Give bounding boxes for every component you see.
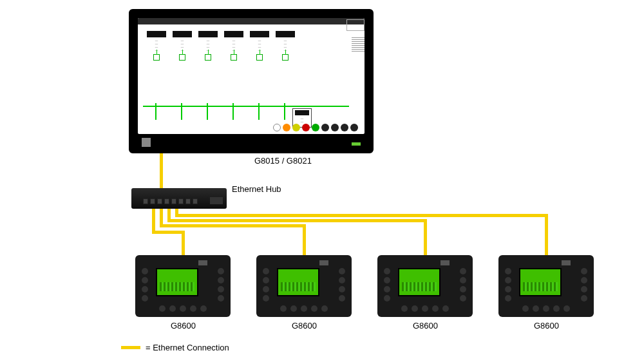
legend-text: = Ethernet Connection (146, 343, 229, 352)
g8600-controller-2 (256, 255, 352, 317)
controller-left-buttons (384, 268, 390, 302)
scada-drop-4 (232, 103, 234, 120)
g8600-controller-1 (135, 255, 231, 317)
g8600-caption-3: G8600 (413, 321, 438, 330)
ethernet-cable-2-seg-b (160, 224, 306, 227)
ethernet-cable-1-seg-b (152, 231, 185, 234)
gen-column-4: –––––––– (223, 31, 245, 102)
monitor-brand-logo-icon (142, 138, 151, 147)
ethernet-cable-4-seg-a (175, 209, 178, 214)
ctrl-btn-white-icon (273, 124, 281, 131)
controller-brand-icon (198, 260, 207, 265)
scada-single-line-diagram: –––––––– –––––––– –––––––– –––––––– ––––… (143, 31, 359, 120)
hub-ports (143, 198, 198, 204)
ethernet-cable-2-seg-a (160, 209, 163, 224)
hub-sfp-slot-icon (210, 197, 223, 204)
g8600-caption-4: G8600 (534, 321, 559, 330)
monitor-status-led-icon (352, 142, 361, 146)
controller-bottom-buttons (274, 305, 334, 312)
legend-swatch-ethernet-icon (121, 346, 140, 349)
ctrl-btn-orange-icon (283, 124, 290, 131)
ethernet-cable-3-seg-c (424, 219, 427, 256)
controller-right-buttons (339, 268, 345, 302)
gen-column-6: –––––––– (274, 31, 296, 102)
ctrl-btn-dark2-icon (331, 124, 339, 131)
controller-right-buttons (581, 268, 587, 302)
legend: = Ethernet Connection (121, 343, 229, 352)
ethernet-cable-1-seg-c (182, 231, 185, 256)
scada-side-card (346, 19, 365, 31)
ethernet-cable-monitor-to-hub (160, 153, 163, 188)
controller-right-buttons (218, 268, 224, 302)
gen-column-2: –––––––– (171, 31, 193, 102)
scada-topbar (138, 18, 365, 24)
ethernet-cable-1-seg-a (152, 209, 155, 231)
controller-screen (156, 268, 198, 296)
monitor-caption: G8015 / G8021 (254, 156, 312, 166)
ethernet-cable-3-seg-a (167, 209, 171, 219)
controller-screen (277, 268, 319, 296)
ethernet-cable-3-seg-b (167, 219, 427, 222)
gen-column-1: –––––––– (146, 31, 167, 102)
ctrl-btn-dark4-icon (350, 124, 358, 131)
g8600-controller-3 (377, 255, 473, 317)
controller-screen (519, 268, 562, 296)
controller-brand-icon (562, 260, 571, 265)
scada-drop-1 (155, 103, 156, 120)
ctrl-btn-red-icon (302, 124, 310, 131)
controller-right-buttons (460, 268, 466, 302)
controller-bottom-buttons (516, 305, 576, 312)
g8600-caption-1: G8600 (171, 321, 196, 330)
controller-bottom-buttons (153, 305, 213, 312)
ctrl-btn-dark3-icon (341, 124, 348, 131)
controller-brand-icon (319, 260, 328, 265)
controller-brand-icon (440, 260, 450, 265)
controller-left-buttons (263, 268, 269, 302)
scada-control-buttons (273, 124, 358, 131)
scada-screen: –––––––– –––––––– –––––––– –––––––– ––––… (138, 18, 365, 134)
ethernet-hub (131, 188, 227, 209)
hub-label: Ethernet Hub (232, 184, 281, 194)
scada-bus-line (143, 106, 349, 107)
g8600-caption-2: G8600 (292, 321, 317, 330)
gen-column-3: –––––––– (197, 31, 219, 102)
ethernet-cable-4-seg-c (545, 214, 548, 256)
ctrl-btn-yellow-icon (292, 124, 300, 131)
scada-drop-3 (207, 103, 208, 120)
ethernet-cable-2-seg-c (303, 224, 306, 256)
ctrl-btn-dark1-icon (321, 124, 329, 131)
scada-drop-5 (258, 103, 260, 120)
ethernet-cable-4-seg-b (175, 214, 548, 217)
scada-drop-2 (181, 103, 182, 120)
ctrl-btn-green-icon (312, 124, 319, 131)
controller-screen (398, 268, 440, 296)
scada-drop-6 (284, 103, 285, 120)
gen-column-5: –––––––– (249, 31, 270, 102)
controller-left-buttons (142, 268, 148, 302)
controller-bottom-buttons (395, 305, 455, 312)
g8600-controller-4 (498, 255, 594, 317)
scada-monitor: –––––––– –––––––– –––––––– –––––––– ––––… (129, 9, 374, 153)
controller-left-buttons (505, 268, 511, 302)
